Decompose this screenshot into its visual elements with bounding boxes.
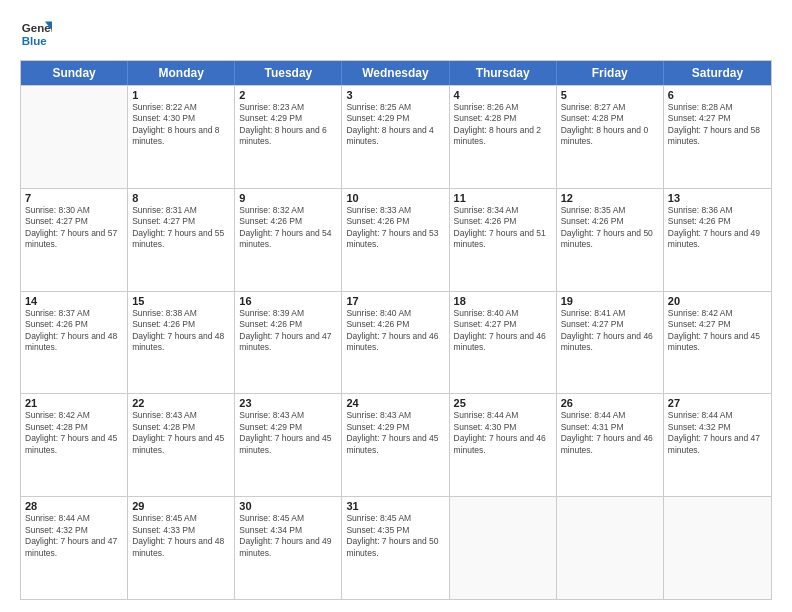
day-info: Sunrise: 8:27 AMSunset: 4:28 PMDaylight:… [561,102,659,148]
day-number: 12 [561,192,659,204]
day-info: Sunrise: 8:44 AMSunset: 4:30 PMDaylight:… [454,410,552,456]
day-info: Sunrise: 8:40 AMSunset: 4:26 PMDaylight:… [346,308,444,354]
day-info: Sunrise: 8:42 AMSunset: 4:28 PMDaylight:… [25,410,123,456]
cal-cell: 19Sunrise: 8:41 AMSunset: 4:27 PMDayligh… [557,292,664,394]
cal-cell [21,86,128,188]
cal-cell [450,497,557,599]
calendar-body: 1Sunrise: 8:22 AMSunset: 4:30 PMDaylight… [21,85,771,599]
cal-cell: 6Sunrise: 8:28 AMSunset: 4:27 PMDaylight… [664,86,771,188]
day-number: 30 [239,500,337,512]
cal-cell: 22Sunrise: 8:43 AMSunset: 4:28 PMDayligh… [128,394,235,496]
day-info: Sunrise: 8:45 AMSunset: 4:33 PMDaylight:… [132,513,230,559]
header-day-tuesday: Tuesday [235,61,342,85]
day-number: 20 [668,295,767,307]
day-number: 24 [346,397,444,409]
day-info: Sunrise: 8:38 AMSunset: 4:26 PMDaylight:… [132,308,230,354]
cal-cell: 23Sunrise: 8:43 AMSunset: 4:29 PMDayligh… [235,394,342,496]
day-number: 1 [132,89,230,101]
week-row-2: 14Sunrise: 8:37 AMSunset: 4:26 PMDayligh… [21,291,771,394]
cal-cell: 1Sunrise: 8:22 AMSunset: 4:30 PMDaylight… [128,86,235,188]
cal-cell: 30Sunrise: 8:45 AMSunset: 4:34 PMDayligh… [235,497,342,599]
day-info: Sunrise: 8:43 AMSunset: 4:29 PMDaylight:… [346,410,444,456]
day-number: 2 [239,89,337,101]
cal-cell: 9Sunrise: 8:32 AMSunset: 4:26 PMDaylight… [235,189,342,291]
header-day-thursday: Thursday [450,61,557,85]
day-number: 10 [346,192,444,204]
day-info: Sunrise: 8:32 AMSunset: 4:26 PMDaylight:… [239,205,337,251]
calendar-header: SundayMondayTuesdayWednesdayThursdayFrid… [21,61,771,85]
day-number: 5 [561,89,659,101]
day-number: 29 [132,500,230,512]
cal-cell: 28Sunrise: 8:44 AMSunset: 4:32 PMDayligh… [21,497,128,599]
day-number: 16 [239,295,337,307]
day-number: 17 [346,295,444,307]
day-info: Sunrise: 8:35 AMSunset: 4:26 PMDaylight:… [561,205,659,251]
week-row-4: 28Sunrise: 8:44 AMSunset: 4:32 PMDayligh… [21,496,771,599]
day-info: Sunrise: 8:40 AMSunset: 4:27 PMDaylight:… [454,308,552,354]
cal-cell: 2Sunrise: 8:23 AMSunset: 4:29 PMDaylight… [235,86,342,188]
day-info: Sunrise: 8:37 AMSunset: 4:26 PMDaylight:… [25,308,123,354]
cal-cell: 21Sunrise: 8:42 AMSunset: 4:28 PMDayligh… [21,394,128,496]
svg-text:Blue: Blue [22,35,48,47]
week-row-3: 21Sunrise: 8:42 AMSunset: 4:28 PMDayligh… [21,393,771,496]
day-info: Sunrise: 8:43 AMSunset: 4:29 PMDaylight:… [239,410,337,456]
day-number: 27 [668,397,767,409]
cal-cell: 7Sunrise: 8:30 AMSunset: 4:27 PMDaylight… [21,189,128,291]
logo-icon: General Blue [20,18,52,50]
day-info: Sunrise: 8:39 AMSunset: 4:26 PMDaylight:… [239,308,337,354]
day-info: Sunrise: 8:44 AMSunset: 4:31 PMDaylight:… [561,410,659,456]
day-info: Sunrise: 8:30 AMSunset: 4:27 PMDaylight:… [25,205,123,251]
cal-cell: 15Sunrise: 8:38 AMSunset: 4:26 PMDayligh… [128,292,235,394]
cal-cell: 5Sunrise: 8:27 AMSunset: 4:28 PMDaylight… [557,86,664,188]
day-number: 6 [668,89,767,101]
day-info: Sunrise: 8:25 AMSunset: 4:29 PMDaylight:… [346,102,444,148]
day-info: Sunrise: 8:36 AMSunset: 4:26 PMDaylight:… [668,205,767,251]
day-number: 9 [239,192,337,204]
day-info: Sunrise: 8:26 AMSunset: 4:28 PMDaylight:… [454,102,552,148]
header: General Blue [20,18,772,50]
day-info: Sunrise: 8:33 AMSunset: 4:26 PMDaylight:… [346,205,444,251]
day-info: Sunrise: 8:42 AMSunset: 4:27 PMDaylight:… [668,308,767,354]
cal-cell: 3Sunrise: 8:25 AMSunset: 4:29 PMDaylight… [342,86,449,188]
day-info: Sunrise: 8:41 AMSunset: 4:27 PMDaylight:… [561,308,659,354]
day-number: 28 [25,500,123,512]
day-number: 14 [25,295,123,307]
day-number: 3 [346,89,444,101]
day-number: 4 [454,89,552,101]
header-day-friday: Friday [557,61,664,85]
logo: General Blue [20,18,52,50]
header-day-monday: Monday [128,61,235,85]
day-number: 13 [668,192,767,204]
cal-cell: 11Sunrise: 8:34 AMSunset: 4:26 PMDayligh… [450,189,557,291]
day-number: 18 [454,295,552,307]
week-row-1: 7Sunrise: 8:30 AMSunset: 4:27 PMDaylight… [21,188,771,291]
cal-cell: 18Sunrise: 8:40 AMSunset: 4:27 PMDayligh… [450,292,557,394]
day-info: Sunrise: 8:45 AMSunset: 4:34 PMDaylight:… [239,513,337,559]
header-day-wednesday: Wednesday [342,61,449,85]
header-day-saturday: Saturday [664,61,771,85]
day-info: Sunrise: 8:34 AMSunset: 4:26 PMDaylight:… [454,205,552,251]
cal-cell [557,497,664,599]
cal-cell: 8Sunrise: 8:31 AMSunset: 4:27 PMDaylight… [128,189,235,291]
cal-cell: 12Sunrise: 8:35 AMSunset: 4:26 PMDayligh… [557,189,664,291]
cal-cell: 29Sunrise: 8:45 AMSunset: 4:33 PMDayligh… [128,497,235,599]
day-info: Sunrise: 8:23 AMSunset: 4:29 PMDaylight:… [239,102,337,148]
day-info: Sunrise: 8:31 AMSunset: 4:27 PMDaylight:… [132,205,230,251]
header-day-sunday: Sunday [21,61,128,85]
day-number: 7 [25,192,123,204]
day-number: 8 [132,192,230,204]
day-number: 26 [561,397,659,409]
cal-cell: 25Sunrise: 8:44 AMSunset: 4:30 PMDayligh… [450,394,557,496]
cal-cell: 20Sunrise: 8:42 AMSunset: 4:27 PMDayligh… [664,292,771,394]
day-info: Sunrise: 8:28 AMSunset: 4:27 PMDaylight:… [668,102,767,148]
cal-cell: 14Sunrise: 8:37 AMSunset: 4:26 PMDayligh… [21,292,128,394]
cal-cell: 13Sunrise: 8:36 AMSunset: 4:26 PMDayligh… [664,189,771,291]
cal-cell: 31Sunrise: 8:45 AMSunset: 4:35 PMDayligh… [342,497,449,599]
day-number: 31 [346,500,444,512]
cal-cell: 27Sunrise: 8:44 AMSunset: 4:32 PMDayligh… [664,394,771,496]
cal-cell: 4Sunrise: 8:26 AMSunset: 4:28 PMDaylight… [450,86,557,188]
day-info: Sunrise: 8:45 AMSunset: 4:35 PMDaylight:… [346,513,444,559]
cal-cell: 17Sunrise: 8:40 AMSunset: 4:26 PMDayligh… [342,292,449,394]
day-number: 23 [239,397,337,409]
day-number: 21 [25,397,123,409]
